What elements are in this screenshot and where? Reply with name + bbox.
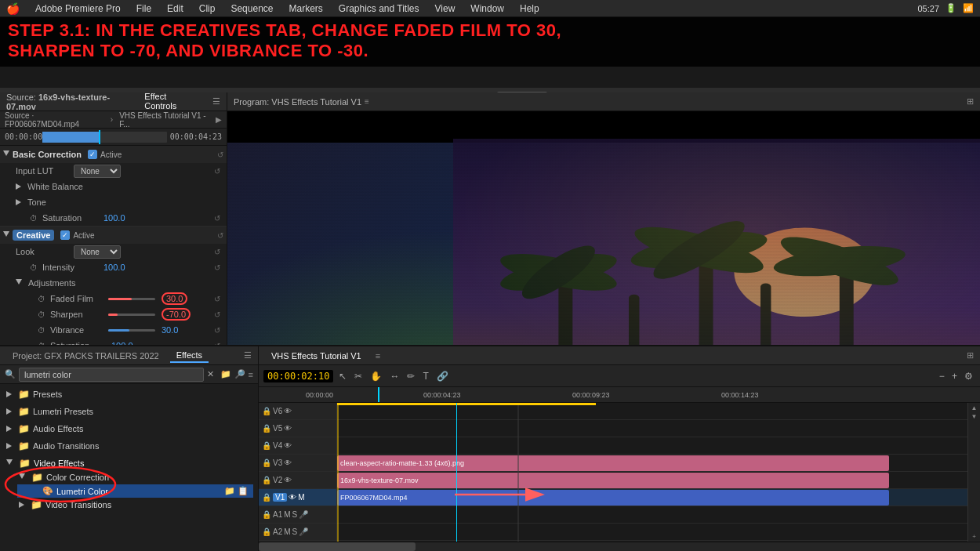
apple-icon[interactable]: 🍎: [6, 2, 20, 15]
ae-tri[interactable]: [6, 426, 12, 432]
vibrance-slider[interactable]: [108, 329, 155, 332]
find-icon[interactable]: 🔎: [234, 369, 245, 379]
basic-correction-triangle[interactable]: [3, 150, 9, 159]
a2-lock[interactable]: 🔒: [262, 527, 271, 536]
a1-solo[interactable]: S: [292, 510, 298, 519]
tl-hand-tool[interactable]: ✋: [368, 369, 384, 383]
folder-presets-header[interactable]: 📁 Presets: [5, 387, 253, 401]
v1-eye[interactable]: 👁: [289, 493, 296, 502]
a2-mute[interactable]: M: [284, 527, 290, 536]
sharpen-reset[interactable]: ↺: [214, 310, 220, 319]
creative-active-checkbox[interactable]: ✓: [60, 230, 70, 240]
tl-razor-tool[interactable]: ✂: [352, 369, 365, 383]
tab-effects[interactable]: Effects: [170, 349, 209, 363]
v5-eye[interactable]: 👁: [284, 424, 292, 433]
tl-cursor-tool[interactable]: ↖: [336, 369, 349, 383]
v4-eye[interactable]: 👁: [284, 441, 292, 450]
item-lumetri-color[interactable]: 🎨 Lumetri Color 📁 📋: [17, 484, 253, 498]
a1-mute[interactable]: M: [284, 510, 290, 519]
lp-tri[interactable]: [6, 408, 12, 415]
clip-v3-matte[interactable]: clean-aspect-ratio-matte-1.33 (4x6).png: [337, 455, 889, 471]
menu-markers[interactable]: Markers: [285, 3, 325, 14]
menu-edit[interactable]: Edit: [164, 3, 187, 14]
tone-triangle[interactable]: [16, 199, 21, 205]
new-bin-icon[interactable]: 📁: [220, 369, 231, 379]
v6-eye[interactable]: 👁: [284, 407, 292, 415]
a1-lock[interactable]: 🔒: [262, 510, 271, 519]
menu-view[interactable]: View: [432, 3, 459, 14]
cc-tri[interactable]: [19, 473, 25, 482]
intensity-value[interactable]: 100.0: [103, 263, 125, 272]
v4-lock[interactable]: 🔒: [262, 441, 271, 450]
v2-eye[interactable]: 👁: [284, 476, 292, 484]
vibrance-reset[interactable]: ↺: [214, 326, 220, 335]
bc-active-checkbox[interactable]: ✓: [88, 150, 97, 159]
sat-bc-reset[interactable]: ↺: [214, 214, 220, 223]
play-icon-small[interactable]: ▶: [216, 115, 222, 124]
creative-reset-btn[interactable]: ↺: [217, 231, 223, 240]
v1-mute[interactable]: M: [298, 493, 304, 502]
lumetri-icons[interactable]: 📁 📋: [224, 486, 249, 496]
menu-sequence[interactable]: Sequence: [227, 3, 276, 14]
v3-eye[interactable]: 👁: [284, 459, 292, 467]
a2-solo[interactable]: S: [292, 527, 298, 536]
a2-mic[interactable]: 🎤: [299, 527, 308, 536]
menu-help[interactable]: Help: [517, 3, 543, 14]
ve-tri[interactable]: [6, 459, 13, 468]
vt-tri[interactable]: [19, 502, 24, 508]
tl-pen-tool[interactable]: ✏: [405, 369, 417, 383]
project-panel-menu[interactable]: ☰: [244, 350, 252, 361]
adj-triangle[interactable]: [16, 279, 22, 288]
timeline-equals-icon[interactable]: ≡: [376, 351, 380, 361]
faded-film-reset[interactable]: ↺: [214, 295, 220, 303]
basic-correction-header[interactable]: Basic Correction ✓ Active ↺: [0, 146, 227, 163]
folder-at-header[interactable]: 📁 Audio Transitions: [5, 439, 253, 453]
look-reset[interactable]: ↺: [214, 248, 220, 256]
effect-timeline-bar[interactable]: [42, 132, 167, 143]
wb-triangle[interactable]: [16, 183, 21, 190]
timeline-expand[interactable]: ⊞: [967, 350, 974, 361]
input-lut-select[interactable]: None: [74, 165, 121, 178]
tl-slip-tool[interactable]: ↔: [387, 369, 401, 383]
tl-timecode-display[interactable]: 00:00:02:10: [263, 370, 333, 382]
vibrance-value[interactable]: 30.0: [162, 325, 178, 335]
tl-zoom-in[interactable]: +: [949, 369, 960, 383]
folder-cc-header[interactable]: 📁 Color Correction: [17, 470, 253, 484]
tl-rc-bot[interactable]: ▼: [971, 413, 978, 420]
saturation-bc-value[interactable]: 100.0: [103, 213, 125, 223]
effects-search-input[interactable]: [19, 368, 204, 382]
creative-triangle[interactable]: [3, 231, 9, 240]
intensity-reset[interactable]: ↺: [214, 263, 220, 272]
presets-tri[interactable]: [6, 391, 12, 397]
tl-linked-selection[interactable]: 🔗: [434, 369, 451, 383]
faded-film-value[interactable]: 30.0: [162, 292, 187, 305]
clear-search-btn[interactable]: ✕: [207, 369, 214, 379]
tl-rc-add[interactable]: +: [972, 533, 976, 540]
tab-project[interactable]: Project: GFX PACKS TRAILERS 2022: [6, 350, 165, 362]
menu-premiere-pro[interactable]: Adobe Premiere Pro: [32, 3, 124, 14]
folder-lumetri-presets-header[interactable]: 📁 Lumetri Presets: [5, 404, 253, 419]
sharpen-slider[interactable]: [108, 314, 155, 316]
v5-lock[interactable]: 🔒: [262, 424, 271, 433]
v3-lock[interactable]: 🔒: [262, 459, 271, 467]
at-tri[interactable]: [6, 443, 12, 449]
tl-type-tool[interactable]: T: [420, 369, 430, 383]
bc-reset-btn[interactable]: ↺: [217, 150, 223, 159]
menu-window[interactable]: Window: [467, 3, 507, 14]
menu-clip[interactable]: Clip: [196, 3, 219, 14]
folder-ae-header[interactable]: 📁 Audio Effects: [5, 422, 253, 436]
tl-zoom-out[interactable]: −: [937, 369, 947, 383]
menu-file[interactable]: File: [133, 3, 154, 14]
program-monitor-menu[interactable]: ≡: [365, 97, 369, 106]
input-lut-reset[interactable]: ↺: [214, 167, 220, 176]
v2-lock[interactable]: 🔒: [262, 476, 271, 484]
creative-header[interactable]: Creative ✓ Active ↺: [0, 227, 227, 244]
v6-lock[interactable]: 🔒: [262, 407, 271, 415]
folder-vt-header[interactable]: 📁 Video Transitions: [17, 498, 253, 512]
effect-controls-menu-icon[interactable]: ☰: [212, 96, 220, 107]
tl-scrollbar[interactable]: [259, 542, 980, 551]
look-select[interactable]: None: [74, 245, 121, 259]
timeline-tab[interactable]: VHS Effects Tutorial V1: [265, 350, 368, 362]
tl-settings[interactable]: ⚙: [962, 369, 975, 383]
tl-rc-top[interactable]: ▲: [971, 404, 978, 411]
